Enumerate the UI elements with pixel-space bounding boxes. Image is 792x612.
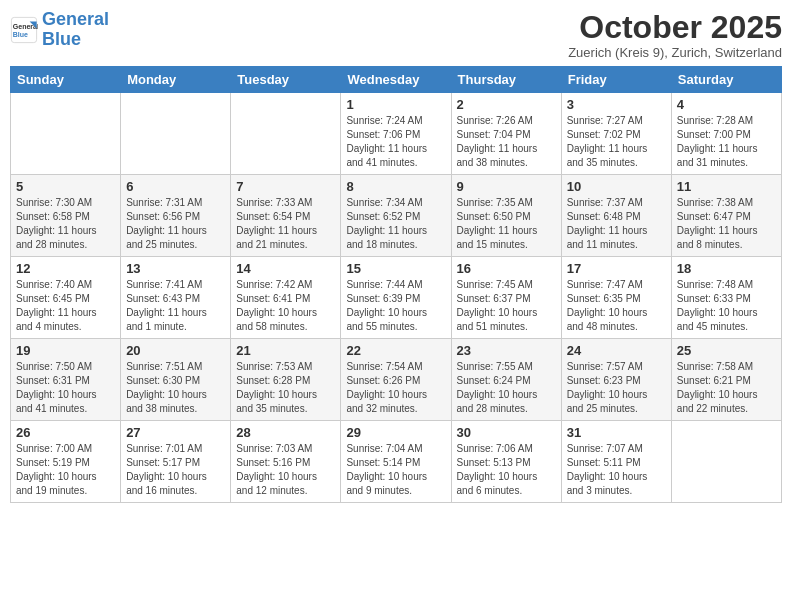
day-info: Sunrise: 7:03 AMSunset: 5:16 PMDaylight:…	[236, 442, 335, 498]
calendar-week-row: 5Sunrise: 7:30 AMSunset: 6:58 PMDaylight…	[11, 175, 782, 257]
calendar-week-row: 19Sunrise: 7:50 AMSunset: 6:31 PMDayligh…	[11, 339, 782, 421]
day-header-friday: Friday	[561, 67, 671, 93]
logo-icon: General Blue	[10, 16, 38, 44]
day-number: 17	[567, 261, 666, 276]
calendar-cell: 4Sunrise: 7:28 AMSunset: 7:00 PMDaylight…	[671, 93, 781, 175]
day-info: Sunrise: 7:00 AMSunset: 5:19 PMDaylight:…	[16, 442, 115, 498]
day-info: Sunrise: 7:50 AMSunset: 6:31 PMDaylight:…	[16, 360, 115, 416]
day-info: Sunrise: 7:33 AMSunset: 6:54 PMDaylight:…	[236, 196, 335, 252]
day-info: Sunrise: 7:41 AMSunset: 6:43 PMDaylight:…	[126, 278, 225, 334]
calendar-cell: 19Sunrise: 7:50 AMSunset: 6:31 PMDayligh…	[11, 339, 121, 421]
day-info: Sunrise: 7:40 AMSunset: 6:45 PMDaylight:…	[16, 278, 115, 334]
day-info: Sunrise: 7:30 AMSunset: 6:58 PMDaylight:…	[16, 196, 115, 252]
calendar-cell: 23Sunrise: 7:55 AMSunset: 6:24 PMDayligh…	[451, 339, 561, 421]
day-info: Sunrise: 7:24 AMSunset: 7:06 PMDaylight:…	[346, 114, 445, 170]
day-info: Sunrise: 7:54 AMSunset: 6:26 PMDaylight:…	[346, 360, 445, 416]
calendar-cell: 25Sunrise: 7:58 AMSunset: 6:21 PMDayligh…	[671, 339, 781, 421]
day-info: Sunrise: 7:55 AMSunset: 6:24 PMDaylight:…	[457, 360, 556, 416]
day-header-monday: Monday	[121, 67, 231, 93]
calendar-cell	[11, 93, 121, 175]
day-number: 18	[677, 261, 776, 276]
day-info: Sunrise: 7:37 AMSunset: 6:48 PMDaylight:…	[567, 196, 666, 252]
day-info: Sunrise: 7:42 AMSunset: 6:41 PMDaylight:…	[236, 278, 335, 334]
day-number: 25	[677, 343, 776, 358]
day-info: Sunrise: 7:53 AMSunset: 6:28 PMDaylight:…	[236, 360, 335, 416]
day-number: 1	[346, 97, 445, 112]
day-number: 13	[126, 261, 225, 276]
day-number: 26	[16, 425, 115, 440]
calendar-cell: 21Sunrise: 7:53 AMSunset: 6:28 PMDayligh…	[231, 339, 341, 421]
day-info: Sunrise: 7:27 AMSunset: 7:02 PMDaylight:…	[567, 114, 666, 170]
calendar-cell: 1Sunrise: 7:24 AMSunset: 7:06 PMDaylight…	[341, 93, 451, 175]
calendar-cell: 24Sunrise: 7:57 AMSunset: 6:23 PMDayligh…	[561, 339, 671, 421]
day-number: 5	[16, 179, 115, 194]
day-info: Sunrise: 7:58 AMSunset: 6:21 PMDaylight:…	[677, 360, 776, 416]
day-info: Sunrise: 7:01 AMSunset: 5:17 PMDaylight:…	[126, 442, 225, 498]
calendar-cell: 29Sunrise: 7:04 AMSunset: 5:14 PMDayligh…	[341, 421, 451, 503]
calendar-cell: 30Sunrise: 7:06 AMSunset: 5:13 PMDayligh…	[451, 421, 561, 503]
day-number: 31	[567, 425, 666, 440]
calendar-header-row: SundayMondayTuesdayWednesdayThursdayFrid…	[11, 67, 782, 93]
day-number: 19	[16, 343, 115, 358]
calendar-cell	[671, 421, 781, 503]
day-number: 21	[236, 343, 335, 358]
subtitle: Zuerich (Kreis 9), Zurich, Switzerland	[568, 45, 782, 60]
day-number: 22	[346, 343, 445, 358]
calendar-cell: 3Sunrise: 7:27 AMSunset: 7:02 PMDaylight…	[561, 93, 671, 175]
calendar-cell: 10Sunrise: 7:37 AMSunset: 6:48 PMDayligh…	[561, 175, 671, 257]
day-info: Sunrise: 7:34 AMSunset: 6:52 PMDaylight:…	[346, 196, 445, 252]
logo-text: GeneralBlue	[42, 10, 109, 50]
day-number: 24	[567, 343, 666, 358]
calendar-cell: 9Sunrise: 7:35 AMSunset: 6:50 PMDaylight…	[451, 175, 561, 257]
day-number: 6	[126, 179, 225, 194]
day-header-tuesday: Tuesday	[231, 67, 341, 93]
header: General Blue GeneralBlue October 2025 Zu…	[10, 10, 782, 60]
calendar-cell: 5Sunrise: 7:30 AMSunset: 6:58 PMDaylight…	[11, 175, 121, 257]
day-info: Sunrise: 7:28 AMSunset: 7:00 PMDaylight:…	[677, 114, 776, 170]
day-info: Sunrise: 7:47 AMSunset: 6:35 PMDaylight:…	[567, 278, 666, 334]
calendar-week-row: 1Sunrise: 7:24 AMSunset: 7:06 PMDaylight…	[11, 93, 782, 175]
day-number: 16	[457, 261, 556, 276]
calendar-cell: 11Sunrise: 7:38 AMSunset: 6:47 PMDayligh…	[671, 175, 781, 257]
day-number: 11	[677, 179, 776, 194]
day-header-saturday: Saturday	[671, 67, 781, 93]
day-number: 3	[567, 97, 666, 112]
day-number: 2	[457, 97, 556, 112]
day-info: Sunrise: 7:38 AMSunset: 6:47 PMDaylight:…	[677, 196, 776, 252]
day-number: 8	[346, 179, 445, 194]
day-info: Sunrise: 7:44 AMSunset: 6:39 PMDaylight:…	[346, 278, 445, 334]
calendar-cell: 12Sunrise: 7:40 AMSunset: 6:45 PMDayligh…	[11, 257, 121, 339]
calendar-cell: 28Sunrise: 7:03 AMSunset: 5:16 PMDayligh…	[231, 421, 341, 503]
calendar-cell: 7Sunrise: 7:33 AMSunset: 6:54 PMDaylight…	[231, 175, 341, 257]
day-info: Sunrise: 7:26 AMSunset: 7:04 PMDaylight:…	[457, 114, 556, 170]
day-info: Sunrise: 7:31 AMSunset: 6:56 PMDaylight:…	[126, 196, 225, 252]
month-title: October 2025	[568, 10, 782, 45]
day-number: 4	[677, 97, 776, 112]
day-info: Sunrise: 7:45 AMSunset: 6:37 PMDaylight:…	[457, 278, 556, 334]
day-info: Sunrise: 7:35 AMSunset: 6:50 PMDaylight:…	[457, 196, 556, 252]
day-number: 7	[236, 179, 335, 194]
calendar-cell: 13Sunrise: 7:41 AMSunset: 6:43 PMDayligh…	[121, 257, 231, 339]
svg-text:Blue: Blue	[13, 31, 28, 38]
day-info: Sunrise: 7:04 AMSunset: 5:14 PMDaylight:…	[346, 442, 445, 498]
day-header-thursday: Thursday	[451, 67, 561, 93]
day-number: 14	[236, 261, 335, 276]
day-info: Sunrise: 7:48 AMSunset: 6:33 PMDaylight:…	[677, 278, 776, 334]
day-number: 23	[457, 343, 556, 358]
day-header-sunday: Sunday	[11, 67, 121, 93]
calendar-cell	[121, 93, 231, 175]
title-area: October 2025 Zuerich (Kreis 9), Zurich, …	[568, 10, 782, 60]
calendar-table: SundayMondayTuesdayWednesdayThursdayFrid…	[10, 66, 782, 503]
calendar-week-row: 12Sunrise: 7:40 AMSunset: 6:45 PMDayligh…	[11, 257, 782, 339]
calendar-cell: 6Sunrise: 7:31 AMSunset: 6:56 PMDaylight…	[121, 175, 231, 257]
day-number: 9	[457, 179, 556, 194]
day-number: 10	[567, 179, 666, 194]
logo: General Blue GeneralBlue	[10, 10, 109, 50]
calendar-cell: 26Sunrise: 7:00 AMSunset: 5:19 PMDayligh…	[11, 421, 121, 503]
calendar-cell	[231, 93, 341, 175]
calendar-cell: 22Sunrise: 7:54 AMSunset: 6:26 PMDayligh…	[341, 339, 451, 421]
svg-rect-0	[11, 17, 36, 42]
day-number: 29	[346, 425, 445, 440]
day-info: Sunrise: 7:57 AMSunset: 6:23 PMDaylight:…	[567, 360, 666, 416]
calendar-cell: 8Sunrise: 7:34 AMSunset: 6:52 PMDaylight…	[341, 175, 451, 257]
